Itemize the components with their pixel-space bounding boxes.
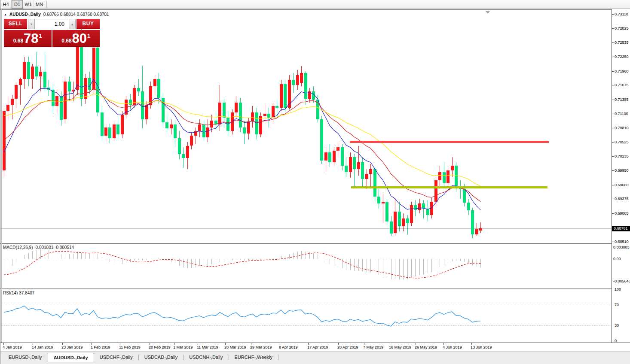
price-axis-label: 0.72825 [615,26,629,30]
timeframe-button-mn[interactable]: MN [34,0,45,9]
time-axis-tick [280,343,280,345]
macd-axis-label: 0.003003 [613,245,630,249]
rsi-indicator-label: RSI(14) 37.8407 [3,291,34,295]
macd-axis-label: -0.005648 [613,279,630,283]
candlestick-chart-canvas[interactable] [0,0,630,364]
price-axis-tick [612,100,614,100]
price-axis-tick [612,185,614,185]
time-axis-label: 11 Mar 2019 [197,345,218,349]
price-axis-tick [612,114,614,114]
price-axis-label: 0.71385 [615,97,629,102]
time-axis[interactable]: 4 Jan 201914 Jan 201923 Jan 20191 Feb 20… [0,343,630,352]
time-axis-label: 8 Apr 2019 [279,345,298,349]
time-axis-label: 14 Jan 2019 [32,345,53,349]
time-axis-tick [3,343,4,345]
rsi-axis-label: 30 [615,323,619,328]
time-axis-label: 1 Mar 2019 [173,345,193,349]
timeframe-button-w1[interactable]: W1 [23,0,34,9]
price-axis-label: 0.69660 [615,183,629,187]
time-axis-tick [390,343,390,345]
chart-ohlc-values: 0.68766 0.68814 0.68760 0.68781 [43,12,109,17]
timeframe-button-d1[interactable]: D1 [12,0,23,9]
price-axis-tick [612,156,614,157]
time-axis-tick [92,343,92,345]
time-axis-tick [338,343,339,345]
timeframe-button-h4[interactable]: H4 [0,0,12,9]
time-axis-label: 11 Feb 2019 [119,345,141,349]
buy-price-button[interactable]: 0.68801 [52,30,100,47]
price-axis[interactable]: 0.731100.728250.725350.722500.719600.716… [612,9,630,343]
price-axis-label: 0.72535 [615,40,629,45]
buy-price-big: 80 [72,32,87,45]
time-axis-tick [150,343,150,345]
buy-price-pip: 1 [87,33,90,39]
time-axis-tick [364,343,364,345]
time-axis-tick [225,343,226,345]
time-axis-tick [120,343,120,345]
one-click-trading-panel: SELL ▼ ▲ BUY 0.68781 0.68801 [4,19,100,47]
mt4-terminal-window: H4D1W1MN ▲ AUDUSD-,Daily 0.68766 0.68814… [0,0,630,364]
time-axis-label: 13 Jun 2019 [471,345,492,349]
time-axis-tick [251,343,251,345]
time-axis-label: 17 Apr 2019 [307,345,328,349]
buy-price-base: 0.68 [61,38,71,44]
price-axis-tick [612,85,614,85]
price-axis-label: 0.70235 [615,154,629,158]
time-axis-tick [308,343,309,345]
tab-usdcad-daily[interactable]: USDCAD-,Daily [139,353,183,362]
chart-symbol-label: AUDUSD-,Daily [9,12,41,17]
price-axis-label: 0.72250 [615,55,629,59]
time-axis-tick [33,343,33,345]
time-axis-tick [416,343,416,345]
price-axis-label: 0.71675 [615,83,629,87]
sell-price-big: 78 [24,32,38,45]
price-axis-tick [612,213,614,214]
buy-button[interactable]: BUY [76,19,100,29]
tab-eurusd-daily[interactable]: EURUSD-,Daily [3,353,48,362]
price-axis-tick [612,42,614,43]
tab-usdcnh-daily[interactable]: USDCNH-,Daily [183,353,228,362]
tab-eurchf-weekly[interactable]: EURCHF-,Weekly [229,353,278,362]
macd-axis-label: 0.00 [613,257,621,261]
time-axis-label: 29 Mar 2019 [250,345,272,349]
price-axis-label: 0.71960 [615,69,629,73]
price-axis-tick [612,142,614,143]
time-axis-label: 20 Mar 2019 [224,345,246,349]
price-axis-tick [612,242,614,242]
chart-shift-marker-icon[interactable] [486,11,490,14]
time-axis-tick [443,343,444,345]
rsi-axis-label: 70 [615,303,619,307]
time-axis-tick [198,343,198,345]
time-axis-label: 4 Jan 2019 [3,345,22,349]
volume-decrease-button[interactable]: ▼ [28,19,35,29]
price-axis-tick [612,199,614,199]
time-axis-label: 4 Jun 2019 [443,345,462,349]
time-axis-label: 16 May 2019 [389,345,411,349]
price-axis-label: 0.68510 [615,240,629,244]
toolbar-separator [46,1,47,8]
time-axis-label: 1 Feb 2019 [91,345,110,349]
sell-price-button[interactable]: 0.68781 [4,30,52,47]
price-axis-tick [612,128,614,128]
macd-indicator-label: MACD(12,26,9) -0.001801 -0.000514 [3,245,74,250]
price-axis-tick [612,14,614,15]
volume-input[interactable] [36,19,68,29]
tab-audusd-daily[interactable]: AUDUSD-,Daily [48,353,94,362]
price-axis-label: 0.69085 [615,211,629,215]
current-price-badge: 0.68781 [612,226,630,231]
rsi-axis-label: 100 [615,287,621,291]
time-axis-label: 20 Feb 2019 [149,345,171,349]
sell-price-base: 0.68 [13,38,23,44]
sell-price-pip: 1 [39,33,42,39]
collapse-panel-icon[interactable]: ▲ [4,13,7,16]
sell-button[interactable]: SELL [4,19,27,29]
tab-usdchf-daily[interactable]: USDCHF-,Daily [94,353,138,362]
chart-tab-bar: EURUSD-,DailyAUDUSD-,DailyUSDCHF-,DailyU… [0,352,630,364]
price-axis-tick [612,28,614,29]
volume-increase-button[interactable]: ▲ [69,19,76,29]
price-axis-label: 0.73110 [615,12,628,16]
time-axis-label: 26 May 2019 [415,345,437,349]
tab-separator [278,355,278,360]
time-axis-label: 23 Jan 2019 [61,345,83,349]
time-axis-tick [62,343,63,345]
